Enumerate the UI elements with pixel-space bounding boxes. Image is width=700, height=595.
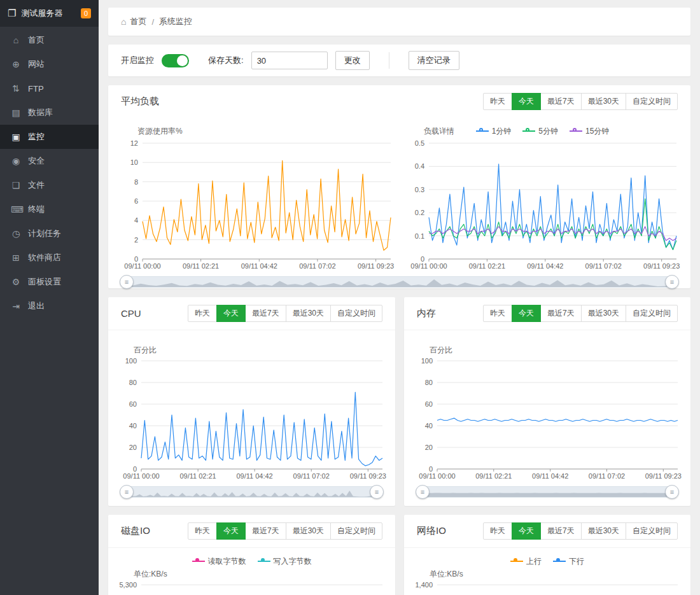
svg-text:80: 80 <box>129 379 137 386</box>
range-yesterday-button[interactable]: 昨天 <box>188 305 217 322</box>
svg-text:0.5: 0.5 <box>415 139 424 147</box>
brush-handle-left[interactable]: ≡ <box>120 485 134 499</box>
sidebar-item-files[interactable]: ❏ 文件 <box>0 173 99 197</box>
message-count-badge[interactable]: 0 <box>81 8 91 18</box>
range-today-button[interactable]: 今天 <box>216 522 246 540</box>
brush-handle-right[interactable]: ≡ <box>370 485 384 499</box>
brush-handle-right[interactable]: ≡ <box>665 485 679 499</box>
range-yesterday-button[interactable]: 昨天 <box>483 93 512 110</box>
sidebar: ❐ 测试服务器 0 ⌂ 首页 ⊕ 网站 ⇅ FTP ▤ 数据库 ▣ 监控 ◉ 安… <box>0 0 99 595</box>
range-today-button[interactable]: 今天 <box>512 93 541 110</box>
range-7days-button[interactable]: 最近7天 <box>245 305 286 322</box>
legend-line-dot-icon <box>553 558 566 564</box>
range-30days-button[interactable]: 最近30天 <box>286 305 331 322</box>
svg-text:80: 80 <box>425 379 433 386</box>
sidebar-item-label: 面板设置 <box>28 276 61 288</box>
range-custom-button[interactable]: 自定义时间 <box>626 522 678 540</box>
range-today-button[interactable]: 今天 <box>216 305 246 322</box>
svg-text:09/11 09:23: 09/11 09:23 <box>645 472 682 480</box>
website-icon: ⊕ <box>11 59 21 69</box>
range-custom-button[interactable]: 自定义时间 <box>626 93 678 110</box>
monitor-toggle[interactable] <box>162 54 189 67</box>
range-30days-button[interactable]: 最近30天 <box>581 93 626 110</box>
svg-text:20: 20 <box>425 444 433 451</box>
apply-button[interactable]: 更改 <box>335 51 370 70</box>
legend-upload[interactable]: 上行 <box>510 556 542 567</box>
svg-text:0.2: 0.2 <box>415 209 424 216</box>
clear-records-button[interactable]: 清空记录 <box>409 51 459 70</box>
legend-5min[interactable]: 5分钟 <box>522 126 558 137</box>
sidebar-item-home[interactable]: ⌂ 首页 <box>0 28 99 52</box>
range-7days-button[interactable]: 最近7天 <box>540 522 582 540</box>
legend-download[interactable]: 下行 <box>553 556 584 567</box>
monitor-icon: ▣ <box>11 132 21 142</box>
sidebar-item-website[interactable]: ⊕ 网站 <box>0 52 99 76</box>
svg-text:09/11 07:02: 09/11 07:02 <box>299 262 335 270</box>
terminal-icon: ⌨ <box>11 204 21 214</box>
svg-text:60: 60 <box>425 400 433 408</box>
sidebar-item-terminal[interactable]: ⌨ 终端 <box>0 197 99 221</box>
sidebar-item-appstore[interactable]: ⊞ 软件商店 <box>0 246 99 270</box>
sidebar-item-security[interactable]: ◉ 安全 <box>0 149 99 173</box>
logo-bar[interactable]: ❐ 测试服务器 0 <box>0 0 99 27</box>
sidebar-item-label: FTP <box>28 84 44 94</box>
sidebar-item-ftp[interactable]: ⇅ FTP <box>0 76 99 101</box>
range-custom-button[interactable]: 自定义时间 <box>626 305 678 322</box>
sidebar-item-cron[interactable]: ◷ 计划任务 <box>0 221 99 246</box>
brush-track[interactable] <box>125 276 674 288</box>
sidebar-item-logout[interactable]: ⇥ 退出 <box>0 294 99 318</box>
sidebar-item-label: 退出 <box>28 300 45 312</box>
memory-chart: 02040608010009/11 00:0009/11 02:2109/11 … <box>408 356 687 480</box>
load-usage-chart-block: 资源使用率% 02468101209/11 00:0009/11 02:2109… <box>113 122 400 270</box>
network-io-chart: 03507001,0501,400 <box>408 580 687 595</box>
svg-text:09/11 04:42: 09/11 04:42 <box>527 262 563 270</box>
brush-handle-left[interactable]: ≡ <box>416 485 430 499</box>
range-7days-button[interactable]: 最近7天 <box>540 93 582 110</box>
brush-track[interactable] <box>421 486 674 498</box>
legend-15min[interactable]: 15分钟 <box>570 126 609 137</box>
svg-text:09/11 04:42: 09/11 04:42 <box>532 472 568 480</box>
range-7days-button[interactable]: 最近7天 <box>245 522 286 540</box>
legend-write-bytes[interactable]: 写入字节数 <box>258 556 312 567</box>
range-today-button[interactable]: 今天 <box>512 522 541 540</box>
range-custom-button[interactable]: 自定义时间 <box>330 305 382 322</box>
brush-track[interactable] <box>125 486 379 498</box>
range-yesterday-button[interactable]: 昨天 <box>188 522 217 540</box>
legend-line-dot-icon <box>570 128 582 134</box>
range-30days-button[interactable]: 最近30天 <box>286 522 331 540</box>
range-7days-button[interactable]: 最近7天 <box>540 305 582 322</box>
range-30days-button[interactable]: 最近30天 <box>581 522 626 540</box>
load-time-range-group: 昨天 今天 最近7天 最近30天 自定义时间 <box>483 93 678 110</box>
sidebar-item-monitor[interactable]: ▣ 监控 <box>0 125 99 149</box>
svg-text:4: 4 <box>134 216 138 224</box>
sidebar-menu: ⌂ 首页 ⊕ 网站 ⇅ FTP ▤ 数据库 ▣ 监控 ◉ 安全 ❏ 文件 ⌨ 终 <box>0 27 99 318</box>
divider <box>389 52 389 69</box>
logout-icon: ⇥ <box>11 301 21 311</box>
range-custom-button[interactable]: 自定义时间 <box>330 522 382 540</box>
memory-brush: ≡ ≡ <box>421 486 674 498</box>
legend-1min[interactable]: 1分钟 <box>476 126 512 137</box>
brush-handle-right[interactable]: ≡ <box>665 275 679 289</box>
svg-text:40: 40 <box>129 422 137 430</box>
range-yesterday-button[interactable]: 昨天 <box>483 522 512 540</box>
range-yesterday-button[interactable]: 昨天 <box>483 305 512 322</box>
legend-read-bytes[interactable]: 读取字节数 <box>192 556 246 567</box>
svg-text:09/11 04:42: 09/11 04:42 <box>236 472 272 480</box>
range-today-button[interactable]: 今天 <box>512 305 541 322</box>
svg-text:09/11 02:21: 09/11 02:21 <box>469 262 505 270</box>
sidebar-item-label: 软件商店 <box>28 252 61 263</box>
cpu-chart-title: 百分比 <box>134 345 157 356</box>
svg-text:09/11 07:02: 09/11 07:02 <box>585 262 622 270</box>
breadcrumb-current: 系统监控 <box>159 16 192 27</box>
save-days-input[interactable] <box>251 52 328 69</box>
sidebar-item-database[interactable]: ▤ 数据库 <box>0 101 99 125</box>
range-30days-button[interactable]: 最近30天 <box>581 305 626 322</box>
load-usage-chart-title: 资源使用率% <box>137 126 183 137</box>
svg-text:40: 40 <box>425 422 433 430</box>
brush-handle-left[interactable]: ≡ <box>120 275 134 289</box>
svg-text:09/11 00:00: 09/11 00:00 <box>419 472 455 480</box>
database-icon: ▤ <box>11 108 21 118</box>
sidebar-item-settings[interactable]: ⚙ 面板设置 <box>0 270 99 294</box>
svg-text:8: 8 <box>134 178 138 186</box>
breadcrumb-home-link[interactable]: 首页 <box>130 16 146 27</box>
